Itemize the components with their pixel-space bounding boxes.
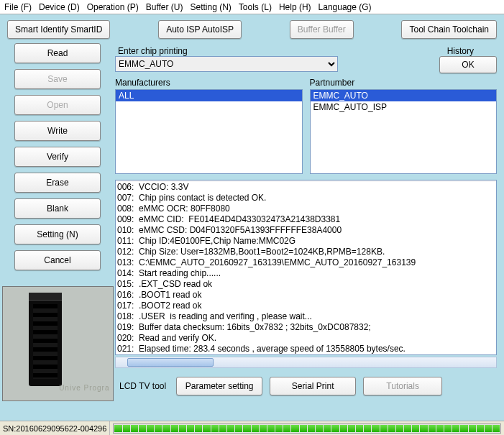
menu-buffer[interactable]: Buffer (U) <box>146 2 183 12</box>
side-button-column: Read Save Open Write Verify Erase Blank … <box>7 43 108 401</box>
menu-device[interactable]: Device (D) <box>39 2 80 12</box>
auto-isp-button[interactable]: Auto ISP AutoISP <box>158 20 242 39</box>
list-item[interactable]: EMMC_AUTO_ISP <box>311 101 497 113</box>
menu-language[interactable]: Language (G) <box>319 2 372 12</box>
log-line: 007: Chip pins contact is detected OK. <box>117 193 492 203</box>
write-button[interactable]: Write <box>14 121 101 141</box>
log-line: 020: Read and verify OK. <box>117 333 492 344</box>
verify-button[interactable]: Verify <box>14 147 101 167</box>
log-line: 016: .BOOT1 read ok <box>117 290 492 301</box>
log-line: 008: eMMC OCR: 80FF8080 <box>117 203 492 214</box>
tool-chain-button[interactable]: Tool Chain Toolchain <box>401 20 497 39</box>
read-button[interactable]: Read <box>14 43 101 63</box>
log-line: 017: .BOOT2 read ok <box>117 301 492 311</box>
chip-combo[interactable]: EMMC_AUTO <box>115 56 338 72</box>
menu-file[interactable]: File (F) <box>4 2 32 12</box>
manufacturers-label: Manufacturers <box>115 78 303 88</box>
erase-button[interactable]: Erase <box>14 173 101 193</box>
log-line: 012: Chip Size: User=1832MB,Boot1=Boot2=… <box>117 247 492 257</box>
setting-button[interactable]: Setting (N) <box>14 224 101 244</box>
log-line: 011: Chip ID:4E0100FE,Chip Name:MMC02G <box>117 236 492 247</box>
log-line: 018: .USER is reading and verifing , ple… <box>117 311 492 322</box>
top-button-row: Smart Identify SmartID Auto ISP AutoISP … <box>0 14 504 43</box>
manufacturers-list[interactable]: ALL <box>115 89 303 174</box>
log-area: 006: VCCIO: 3.3V007: Chip pins contact i… <box>115 180 497 368</box>
serial-number-label: SN:20160629095622-004296 <box>0 421 110 435</box>
list-item[interactable]: ALL <box>116 90 302 101</box>
smart-identify-button[interactable]: Smart Identify SmartID <box>7 20 110 39</box>
menu-tools[interactable]: Tools (L) <box>239 2 272 12</box>
menu-help[interactable]: Help (H) <box>279 2 311 12</box>
log-line: 013: C:\EMMC_AUTO_20160927_163139\EMMC_A… <box>117 257 492 268</box>
lcd-tv-tool-label: LCD TV tool <box>119 381 166 391</box>
log-line: 019: Buffer data checksum: 16bits_0x7832… <box>117 322 492 333</box>
device-photo-label: Unive Progra <box>59 384 109 392</box>
progress-bar <box>113 423 501 434</box>
log-horizontal-scrollbar[interactable] <box>115 357 497 368</box>
tutorials-button: Tutorials <box>363 377 442 395</box>
parameter-setting-button[interactable]: Parameter setting <box>176 377 262 395</box>
list-item[interactable]: EMMC_AUTO <box>311 90 497 101</box>
menu-operation[interactable]: Operation (P) <box>87 2 139 12</box>
menu-setting[interactable]: Setting (N) <box>191 2 232 12</box>
status-bar: SN:20160629095622-004296 <box>0 421 504 435</box>
save-button: Save <box>14 69 101 89</box>
bottom-button-row: LCD TV tool Parameter setting Serial Pri… <box>115 374 497 395</box>
device-photo: Unive Progra <box>2 286 114 401</box>
partnumber-list[interactable]: EMMC_AUTO EMMC_AUTO_ISP <box>310 89 498 174</box>
log-line: 014: Start reading chip...... <box>117 268 492 279</box>
partnumber-label: Partnumber <box>310 78 498 88</box>
log-line: 006: VCCIO: 3.3V <box>117 182 492 193</box>
blank-button[interactable]: Blank <box>14 198 101 219</box>
log-line: 021: Elapsed time: 283.4 seconds , avera… <box>117 344 492 354</box>
ok-button[interactable]: OK <box>439 56 497 73</box>
log-line: 010: eMMC CSD: D04F01320F5A1393FFFFFFE38… <box>117 225 492 236</box>
chip-select-panel: Enter chip printing History EMMC_AUTO OK… <box>115 43 497 174</box>
history-label: History <box>447 46 474 56</box>
serial-print-button[interactable]: Serial Print <box>270 377 356 395</box>
cancel-button[interactable]: Cancel <box>14 250 101 270</box>
buffer-button[interactable]: Buffer Buffer <box>290 20 354 39</box>
open-button: Open <box>14 95 101 115</box>
menu-bar: File (F) Device (D) Operation (P) Buffer… <box>0 0 504 14</box>
log-line: 009: eMMC CID: FE014E4D4D433032473A21438… <box>117 214 492 225</box>
log-box[interactable]: 006: VCCIO: 3.3V007: Chip pins contact i… <box>115 180 497 355</box>
log-line: 015: .EXT_CSD read ok <box>117 279 492 290</box>
enter-chip-label: Enter chip printing <box>118 46 188 56</box>
